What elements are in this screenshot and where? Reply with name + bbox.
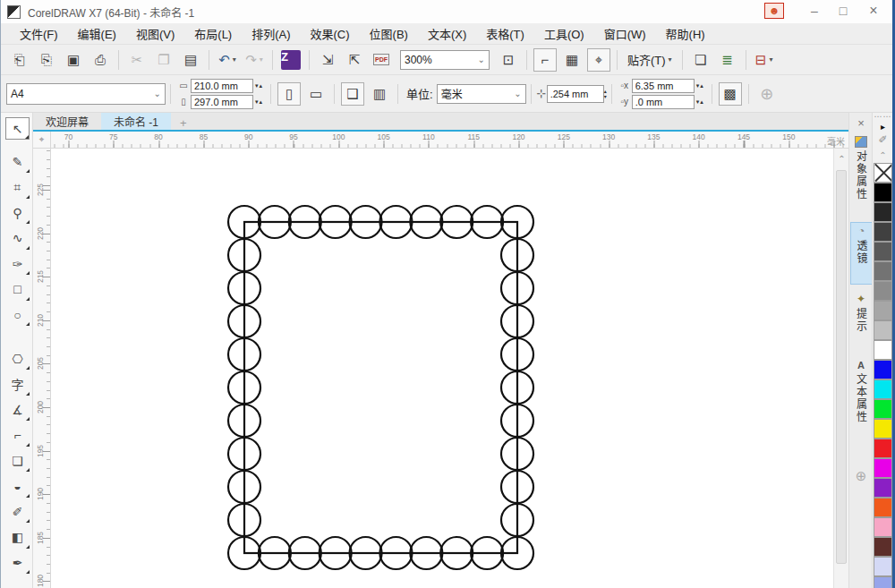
maximize-button[interactable]: □: [831, 0, 856, 21]
print-button[interactable]: ⎙: [89, 48, 112, 72]
duplicate-y-input[interactable]: [632, 95, 695, 109]
page-size-preset-select[interactable]: A4 ⌄: [6, 83, 166, 105]
dimension-tool[interactable]: ∡: [5, 398, 30, 421]
swatch-90-percent-black[interactable]: [874, 202, 892, 222]
open-document-button[interactable]: ⎘: [35, 48, 58, 72]
docker-tab-lens[interactable]: ◔透镜: [850, 222, 872, 285]
landscape-button[interactable]: ▭: [304, 82, 328, 106]
nudge-spinner[interactable]: ▴▾: [604, 89, 607, 99]
menu-item-效果[interactable]: 效果(C): [301, 23, 360, 44]
page-width-spinner[interactable]: ▾▴: [255, 82, 263, 89]
scrollbar-thumb[interactable]: [836, 170, 847, 564]
ellipse-tool[interactable]: ○: [5, 303, 30, 326]
show-grid-button[interactable]: ▦: [560, 48, 584, 72]
search-content-button[interactable]: Z: [279, 48, 303, 72]
interactive-fill-tool[interactable]: ◧: [5, 526, 30, 549]
menu-item-窗口[interactable]: 窗口(W): [594, 23, 656, 44]
save-document-button[interactable]: ▣: [62, 48, 85, 72]
page-height-spinner[interactable]: ▾▴: [255, 98, 263, 106]
docker-tab-object-properties[interactable]: 对象属性: [850, 134, 872, 222]
vertical-scrollbar[interactable]: ⌃: [833, 149, 848, 588]
new-page-tab-button[interactable]: +: [171, 116, 196, 130]
menu-item-位图[interactable]: 位图(B): [360, 23, 418, 44]
menu-item-文本[interactable]: 文本(X): [418, 23, 476, 44]
account-icon[interactable]: ☻: [764, 3, 784, 19]
vertical-ruler[interactable]: 225220215210205200195190185180: [33, 149, 51, 588]
swatch-yellow[interactable]: [874, 419, 892, 439]
docker-close-button[interactable]: ×: [853, 115, 869, 130]
scroll-up-button[interactable]: ⌃: [834, 152, 849, 166]
text-tool[interactable]: 字: [5, 373, 30, 396]
shape-tool[interactable]: ✎: [5, 150, 30, 173]
swatch-pink[interactable]: [874, 517, 892, 537]
quick-customize-button[interactable]: ⊕: [852, 467, 870, 485]
docker-tab-text-properties[interactable]: A文本属性: [850, 358, 872, 449]
swatch-black[interactable]: [874, 183, 892, 202]
publish-to-pdf-button[interactable]: PDF: [370, 48, 393, 72]
untitled-document-tab[interactable]: 未命名 -1: [101, 113, 171, 130]
crop-tool[interactable]: ⌗: [5, 176, 30, 199]
application-launcher-button[interactable]: ≣: [716, 48, 739, 72]
swatch-purple[interactable]: [874, 478, 892, 498]
swatch-no-color[interactable]: [874, 163, 892, 183]
show-rulers-button[interactable]: ⌐: [533, 48, 557, 72]
close-button[interactable]: ×: [861, 0, 886, 21]
docker-tab-hints[interactable]: ✦提示: [850, 291, 872, 350]
snap-to-button[interactable]: 贴齐(T)▾: [622, 51, 678, 68]
polygon-tool[interactable]: ⎔: [5, 347, 30, 370]
palette-eyedropper-icon[interactable]: ✐: [873, 133, 893, 146]
swatch-60-percent-black[interactable]: [874, 261, 892, 281]
swatch-blue[interactable]: [874, 360, 892, 379]
swatch-70-percent-black[interactable]: [874, 242, 892, 261]
menu-item-视图[interactable]: 视图(V): [126, 23, 184, 44]
swatch-white[interactable]: [874, 340, 892, 360]
welcome-screen-tab[interactable]: 欢迎屏幕: [33, 113, 101, 130]
swatch-orange[interactable]: [874, 498, 892, 517]
transparency-tool[interactable]: ◒: [5, 475, 30, 498]
swatch-periwinkle[interactable]: [874, 576, 892, 588]
swatch-brown[interactable]: [874, 537, 892, 557]
duplicate-x-input[interactable]: [632, 79, 695, 93]
new-document-button[interactable]: ⎗: [8, 48, 31, 72]
duplicate-y-spinner[interactable]: ▾▴: [696, 98, 704, 106]
current-page-button[interactable]: ▥: [368, 82, 391, 106]
artistic-media-tool[interactable]: ✑: [5, 252, 30, 275]
menu-item-布局[interactable]: 布局(L): [184, 23, 242, 44]
palette-scroll-up-icon[interactable]: ⌃: [873, 150, 893, 160]
import-button[interactable]: ⇲: [316, 48, 339, 72]
export-button[interactable]: ⇱: [343, 48, 366, 72]
drop-shadow-tool[interactable]: ❏: [5, 449, 30, 472]
swatch-80-percent-black[interactable]: [874, 222, 892, 242]
swatch-green[interactable]: [874, 399, 892, 419]
welcome-screen-button[interactable]: ⊟▾: [753, 48, 776, 72]
undo-button[interactable]: ↶▾: [216, 48, 239, 72]
full-screen-preview-button[interactable]: ⊡: [497, 48, 520, 72]
swatch-lavender[interactable]: [874, 557, 892, 576]
minimize-button[interactable]: –: [802, 0, 827, 21]
snap-indicator-button[interactable]: ⌖: [587, 48, 610, 72]
circle-border-rectangle-drawing[interactable]: [51, 149, 833, 588]
treat-as-filled-button[interactable]: ▩: [719, 82, 742, 106]
swatch-40-percent-black[interactable]: [874, 301, 892, 320]
swatch-50-percent-black[interactable]: [874, 281, 892, 301]
freehand-tool[interactable]: ∿: [5, 227, 30, 250]
menu-item-排列[interactable]: 排列(A): [242, 23, 300, 44]
zoom-tool[interactable]: ⚲: [5, 201, 30, 224]
menu-item-帮助[interactable]: 帮助(H): [656, 23, 715, 44]
palette-flyout-icon[interactable]: ▸: [873, 122, 893, 132]
menu-item-编辑[interactable]: 编辑(E): [68, 23, 126, 44]
units-select[interactable]: 毫米 ⌄: [437, 84, 526, 104]
pick-tool[interactable]: ↖: [5, 117, 30, 140]
swatch-cyan[interactable]: [874, 379, 892, 399]
menu-item-文件[interactable]: 文件(F): [10, 23, 68, 44]
rectangle-tool[interactable]: □: [5, 278, 30, 301]
menu-item-表格[interactable]: 表格(T): [476, 23, 534, 44]
zoom-levels-select[interactable]: 300%⌄: [400, 50, 490, 70]
ruler-origin-button[interactable]: ⌖: [33, 132, 51, 149]
outline-pen-tool[interactable]: ✒: [5, 551, 30, 574]
horizontal-ruler[interactable]: 7075808590951001051101151201251301351401…: [51, 132, 848, 149]
all-pages-button[interactable]: ❑: [341, 82, 364, 106]
drawing-canvas[interactable]: [51, 149, 833, 588]
page-width-input[interactable]: [191, 79, 253, 93]
nudge-distance-input[interactable]: [547, 85, 604, 103]
